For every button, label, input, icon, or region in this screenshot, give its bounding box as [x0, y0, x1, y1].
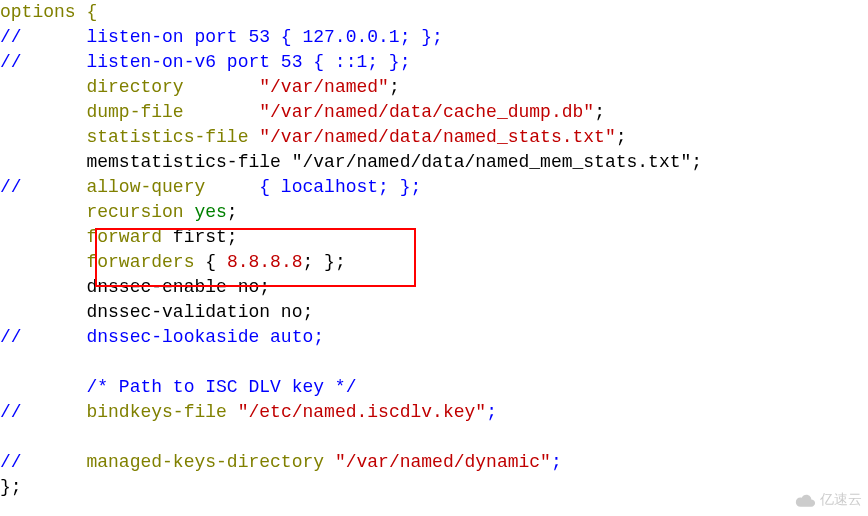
commented-line: listen-on-v6 port 53 { ::1; }; — [86, 52, 410, 72]
directive-bindkeys-file: bindkeys-file — [86, 402, 226, 422]
close-brace: }; — [0, 477, 22, 497]
comment-marker: // — [0, 27, 22, 47]
directive-dnssec-validation: dnssec-validation no; — [86, 302, 313, 322]
string-value: "/var/named" — [259, 77, 389, 97]
keyword-options: options { — [0, 2, 97, 22]
watermark: 亿速云 — [794, 487, 862, 512]
string-value: "/var/named/data/cache_dump.db" — [259, 102, 594, 122]
directive-dnssec-enable: dnssec-enable no; — [86, 277, 270, 297]
commented-line: dnssec-lookaside auto; — [86, 327, 324, 347]
comment-marker: // — [0, 177, 22, 197]
directive-statistics-file: statistics-file — [86, 127, 248, 147]
code-block: options { // listen-on port 53 { 127.0.0… — [0, 0, 868, 500]
block-comment: /* Path to ISC DLV key */ — [86, 377, 356, 397]
comment-marker: // — [0, 327, 22, 347]
cloud-icon — [794, 493, 816, 507]
directive-directory: directory — [86, 77, 183, 97]
value-first: first; — [173, 227, 238, 247]
directive-dump-file: dump-file — [86, 102, 183, 122]
string-value: "/etc/named.iscdlv.key" — [238, 402, 486, 422]
string-value: "/var/named/data/named_stats.txt" — [259, 127, 615, 147]
directive-managed-keys-directory: managed-keys-directory — [86, 452, 324, 472]
directive-forwarders: forwarders — [86, 252, 194, 272]
watermark-text: 亿速云 — [820, 487, 862, 512]
string-value: "/var/named/dynamic" — [335, 452, 551, 472]
forwarder-ip: 8.8.8.8 — [227, 252, 303, 272]
comment-marker: // — [0, 402, 22, 422]
commented-line: listen-on port 53 { 127.0.0.1; }; — [86, 27, 442, 47]
value-yes: yes — [194, 202, 226, 222]
directive-forward: forward — [86, 227, 162, 247]
comment-marker: // — [0, 52, 22, 72]
directive-memstatistics: memstatistics-file "/var/named/data/name… — [86, 152, 702, 172]
directive-allow-query: allow-query — [86, 177, 205, 197]
comment-marker: // — [0, 452, 22, 472]
directive-recursion: recursion — [86, 202, 183, 222]
commented-value: { localhost; }; — [259, 177, 421, 197]
